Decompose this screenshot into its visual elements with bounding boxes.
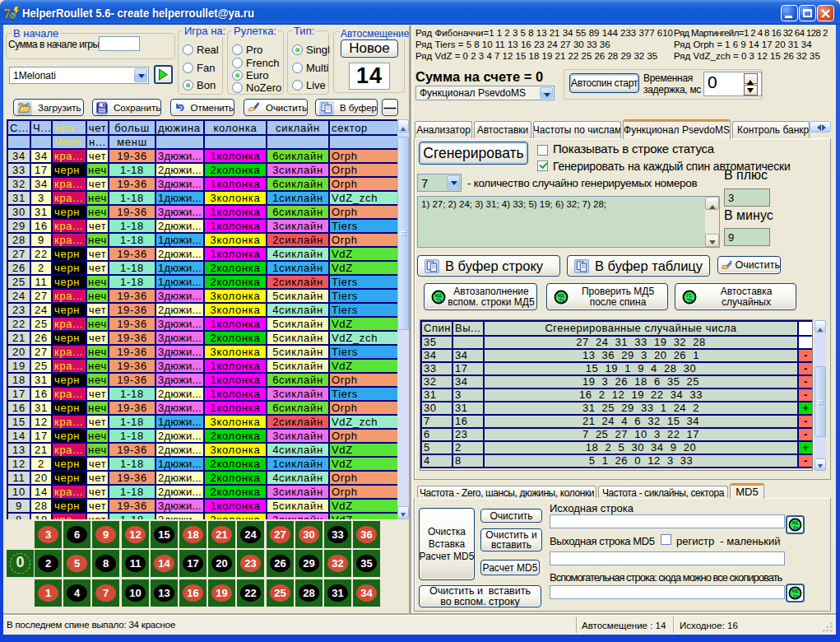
svg-text:МД: МД: [792, 589, 799, 593]
svg-text:5: 5: [793, 526, 796, 530]
svg-text:5: 5: [437, 297, 439, 302]
svg-text:Ч: Ч: [687, 297, 690, 302]
svg-text:7: 7: [3, 6, 11, 21]
svg-text:5: 5: [559, 297, 562, 302]
svg-text:МД: МД: [792, 521, 799, 525]
svg-text:5: 5: [793, 594, 796, 598]
